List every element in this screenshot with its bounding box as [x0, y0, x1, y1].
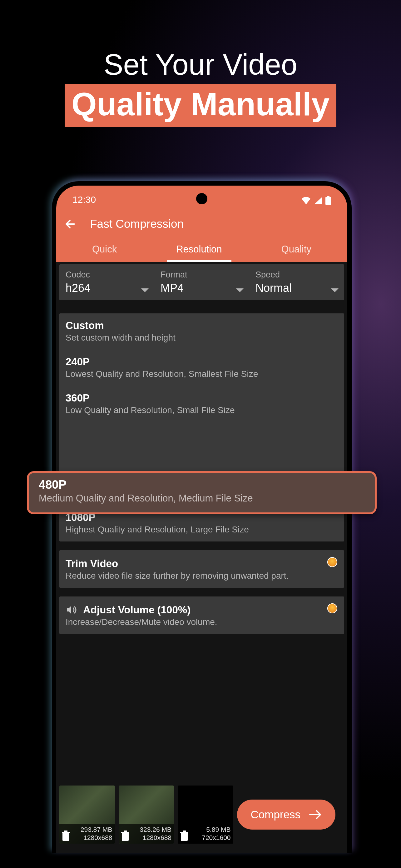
speaker-icon: [66, 604, 77, 616]
premium-crown-icon: [327, 557, 337, 567]
format-value: MP4: [161, 281, 243, 294]
delete-icon[interactable]: [179, 831, 189, 841]
trim-panel[interactable]: Trim Video Reduce video file size furthe…: [59, 550, 344, 588]
video-thumbnail[interactable]: 293.87 MB 1280x688: [59, 785, 115, 844]
premium-crown-icon: [327, 603, 337, 613]
signal-icon: [314, 197, 322, 204]
resolution-desc: Medium Quality and Resolution, Medium Fi…: [39, 493, 367, 504]
video-thumbnail[interactable]: 323.26 MB 1280x688: [119, 785, 174, 844]
tabs: Quick Resolution Quality: [63, 241, 341, 262]
resolution-item-custom[interactable]: Custom Set custom width and height: [59, 313, 344, 350]
status-time: 12:30: [72, 194, 96, 205]
tab-quality[interactable]: Quality: [272, 241, 321, 262]
tab-quick[interactable]: Quick: [83, 241, 126, 262]
volume-desc: Increase/Decrease/Mute video volume.: [66, 617, 338, 627]
delete-icon[interactable]: [61, 831, 71, 841]
file-size: 293.87 MB: [72, 826, 112, 834]
format-dropdown[interactable]: Format MP4: [154, 264, 249, 300]
file-size: 5.89 MB: [190, 826, 231, 834]
promo-headline: Set Your Video Quality Manually: [0, 49, 401, 127]
video-thumbnail[interactable]: 5.89 MB 720x1600: [178, 785, 233, 844]
codec-dropdown[interactable]: Codec h264: [59, 264, 154, 300]
file-size: 323.26 MB: [131, 826, 172, 834]
delete-icon[interactable]: [121, 831, 130, 841]
status-icons: [301, 196, 331, 205]
chevron-down-icon: [141, 288, 149, 292]
file-dim: 1280x688: [72, 834, 112, 842]
wifi-icon: [301, 197, 311, 204]
arrow-left-icon: [65, 218, 77, 230]
resolution-item-480p-placeholder: [59, 422, 344, 469]
resolution-desc: Low Quality and Resolution, Small File S…: [66, 405, 338, 415]
resolution-item-480p[interactable]: 480P Medium Quality and Resolution, Medi…: [27, 471, 377, 514]
phone-frame: 12:30 Fast Compression Quick Resolution …: [52, 181, 352, 853]
codec-label: Codec: [66, 270, 148, 280]
resolution-title: Custom: [66, 320, 338, 332]
format-label: Format: [161, 270, 243, 280]
resolution-title: 360P: [66, 392, 338, 404]
svg-rect-1: [327, 196, 330, 197]
resolution-desc: Highest Quality and Resolution, Large Fi…: [66, 525, 338, 535]
speed-value: Normal: [256, 281, 338, 294]
resolution-desc: Set custom width and height: [66, 333, 338, 343]
resolution-title: 240P: [66, 356, 338, 368]
volume-title: Adjust Volume (100%): [83, 604, 191, 616]
arrow-right-icon: [309, 810, 322, 819]
page-title: Fast Compression: [90, 217, 183, 230]
file-dim: 1280x688: [131, 834, 172, 842]
compress-label: Compress: [251, 808, 300, 821]
tab-resolution[interactable]: Resolution: [167, 241, 231, 262]
promo-line1: Set Your Video: [0, 49, 401, 81]
camera-notch: [196, 193, 207, 204]
codec-value: h264: [66, 281, 148, 294]
bottom-strip: 293.87 MB 1280x688 323.26 MB 1280x688 5.…: [56, 785, 347, 844]
file-dim: 720x1600: [190, 834, 231, 842]
promo-line2: Quality Manually: [65, 84, 336, 127]
back-button[interactable]: [65, 218, 77, 230]
chevron-down-icon: [331, 288, 338, 292]
compress-button[interactable]: Compress: [237, 800, 335, 830]
trim-title: Trim Video: [66, 558, 338, 569]
battery-icon: [326, 196, 331, 205]
resolution-item-360p[interactable]: 360P Low Quality and Resolution, Small F…: [59, 386, 344, 422]
volume-panel[interactable]: Adjust Volume (100%) Increase/Decrease/M…: [59, 596, 344, 634]
resolution-title: 480P: [39, 478, 367, 492]
dropdown-row: Codec h264 Format MP4 Speed Normal: [59, 264, 344, 300]
app-header: Fast Compression Quick Resolution Qualit…: [56, 207, 347, 262]
chevron-down-icon: [236, 288, 244, 292]
resolution-item-240p[interactable]: 240P Lowest Quality and Resolution, Smal…: [59, 350, 344, 386]
phone-screen: 12:30 Fast Compression Quick Resolution …: [56, 186, 347, 853]
trim-desc: Reduce video file size further by removi…: [66, 571, 338, 581]
svg-rect-0: [326, 197, 331, 205]
speed-label: Speed: [256, 270, 338, 280]
speed-dropdown[interactable]: Speed Normal: [249, 264, 344, 300]
resolution-desc: Lowest Quality and Resolution, Smallest …: [66, 369, 338, 379]
